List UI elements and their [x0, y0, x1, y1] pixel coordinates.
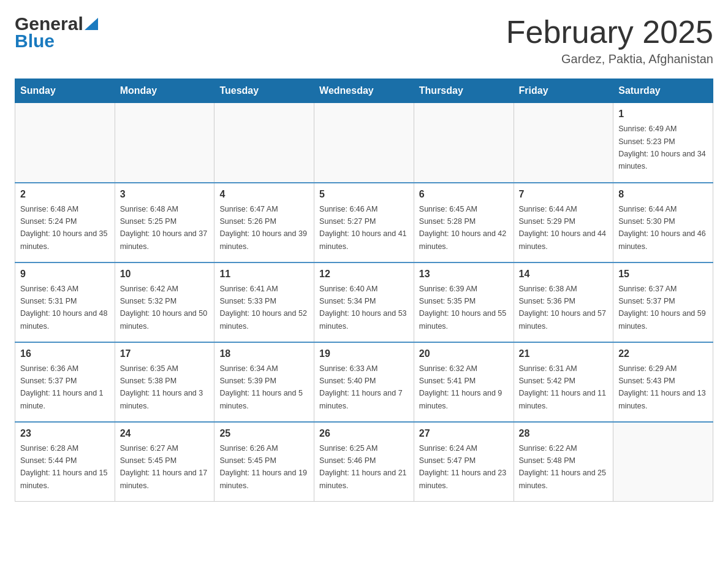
- day-info: Sunrise: 6:48 AM Sunset: 5:24 PM Dayligh…: [20, 205, 107, 251]
- week-row-2: 2Sunrise: 6:48 AM Sunset: 5:24 PM Daylig…: [15, 183, 713, 262]
- title-block: February 2025 Gardez, Paktia, Afghanista…: [506, 15, 713, 66]
- day-info: Sunrise: 6:32 AM Sunset: 5:41 PM Dayligh…: [419, 364, 502, 410]
- day-info: Sunrise: 6:44 AM Sunset: 5:29 PM Dayligh…: [519, 205, 606, 251]
- calendar-cell: 4Sunrise: 6:47 AM Sunset: 5:26 PM Daylig…: [214, 183, 314, 262]
- day-info: Sunrise: 6:45 AM Sunset: 5:28 PM Dayligh…: [419, 205, 506, 251]
- day-info: Sunrise: 6:25 AM Sunset: 5:46 PM Dayligh…: [319, 444, 406, 490]
- header-day-friday: Friday: [514, 79, 613, 103]
- calendar-cell: 3Sunrise: 6:48 AM Sunset: 5:25 PM Daylig…: [115, 183, 214, 262]
- calendar-cell: 22Sunrise: 6:29 AM Sunset: 5:43 PM Dayli…: [613, 342, 713, 422]
- day-number: 19: [319, 347, 409, 361]
- week-row-4: 16Sunrise: 6:36 AM Sunset: 5:37 PM Dayli…: [15, 342, 713, 422]
- day-info: Sunrise: 6:31 AM Sunset: 5:42 PM Dayligh…: [519, 364, 606, 410]
- calendar-cell: 1Sunrise: 6:49 AM Sunset: 5:23 PM Daylig…: [613, 103, 713, 183]
- calendar-cell: 23Sunrise: 6:28 AM Sunset: 5:44 PM Dayli…: [15, 422, 115, 502]
- day-number: 9: [20, 267, 110, 282]
- day-info: Sunrise: 6:22 AM Sunset: 5:48 PM Dayligh…: [519, 444, 606, 490]
- day-number: 11: [219, 267, 309, 282]
- day-number: 2: [20, 187, 110, 202]
- calendar-cell: [15, 103, 115, 183]
- calendar-cell: 17Sunrise: 6:35 AM Sunset: 5:38 PM Dayli…: [115, 342, 214, 422]
- day-number: 23: [20, 426, 110, 441]
- day-number: 13: [419, 267, 509, 282]
- day-info: Sunrise: 6:42 AM Sunset: 5:32 PM Dayligh…: [120, 285, 207, 331]
- calendar-cell: 16Sunrise: 6:36 AM Sunset: 5:37 PM Dayli…: [15, 342, 115, 422]
- day-number: 16: [20, 347, 110, 361]
- header-day-saturday: Saturday: [613, 79, 713, 103]
- calendar-cell: 8Sunrise: 6:44 AM Sunset: 5:30 PM Daylig…: [613, 183, 713, 262]
- calendar-cell: 26Sunrise: 6:25 AM Sunset: 5:46 PM Dayli…: [314, 422, 414, 502]
- calendar-cell: [414, 103, 514, 183]
- calendar-cell: 19Sunrise: 6:33 AM Sunset: 5:40 PM Dayli…: [314, 342, 414, 422]
- logo: General Blue: [15, 15, 98, 52]
- page-header: General Blue February 2025 Gardez, Pakti…: [15, 15, 713, 66]
- calendar-cell: [314, 103, 414, 183]
- day-number: 21: [519, 347, 609, 361]
- day-number: 5: [319, 187, 409, 202]
- day-info: Sunrise: 6:24 AM Sunset: 5:47 PM Dayligh…: [419, 444, 506, 490]
- day-info: Sunrise: 6:29 AM Sunset: 5:43 PM Dayligh…: [618, 364, 705, 410]
- header-day-tuesday: Tuesday: [214, 79, 314, 103]
- calendar-cell: 14Sunrise: 6:38 AM Sunset: 5:36 PM Dayli…: [514, 262, 613, 342]
- day-info: Sunrise: 6:44 AM Sunset: 5:30 PM Dayligh…: [618, 205, 705, 251]
- header-day-sunday: Sunday: [15, 79, 115, 103]
- calendar-table: SundayMondayTuesdayWednesdayThursdayFrid…: [15, 79, 713, 502]
- day-number: 4: [219, 187, 309, 202]
- calendar-cell: 18Sunrise: 6:34 AM Sunset: 5:39 PM Dayli…: [214, 342, 314, 422]
- calendar-cell: 10Sunrise: 6:42 AM Sunset: 5:32 PM Dayli…: [115, 262, 214, 342]
- day-info: Sunrise: 6:27 AM Sunset: 5:45 PM Dayligh…: [120, 444, 207, 490]
- day-info: Sunrise: 6:47 AM Sunset: 5:26 PM Dayligh…: [219, 205, 306, 251]
- day-info: Sunrise: 6:43 AM Sunset: 5:31 PM Dayligh…: [20, 285, 107, 331]
- calendar-cell: [214, 103, 314, 183]
- calendar-cell: 6Sunrise: 6:45 AM Sunset: 5:28 PM Daylig…: [414, 183, 514, 262]
- day-info: Sunrise: 6:46 AM Sunset: 5:27 PM Dayligh…: [319, 205, 406, 251]
- location-title: Gardez, Paktia, Afghanistan: [506, 52, 713, 66]
- header-day-thursday: Thursday: [414, 79, 514, 103]
- day-number: 18: [219, 347, 309, 361]
- day-info: Sunrise: 6:33 AM Sunset: 5:40 PM Dayligh…: [319, 364, 403, 410]
- calendar-cell: [613, 422, 713, 502]
- day-info: Sunrise: 6:48 AM Sunset: 5:25 PM Dayligh…: [120, 205, 207, 251]
- day-number: 27: [419, 426, 509, 441]
- day-info: Sunrise: 6:26 AM Sunset: 5:45 PM Dayligh…: [219, 444, 306, 490]
- day-info: Sunrise: 6:38 AM Sunset: 5:36 PM Dayligh…: [519, 285, 606, 331]
- calendar-cell: 20Sunrise: 6:32 AM Sunset: 5:41 PM Dayli…: [414, 342, 514, 422]
- day-info: Sunrise: 6:36 AM Sunset: 5:37 PM Dayligh…: [20, 364, 104, 410]
- day-info: Sunrise: 6:40 AM Sunset: 5:34 PM Dayligh…: [319, 285, 406, 331]
- header-day-wednesday: Wednesday: [314, 79, 414, 103]
- calendar-cell: 2Sunrise: 6:48 AM Sunset: 5:24 PM Daylig…: [15, 183, 115, 262]
- day-number: 26: [319, 426, 409, 441]
- calendar-cell: 12Sunrise: 6:40 AM Sunset: 5:34 PM Dayli…: [314, 262, 414, 342]
- header-day-monday: Monday: [115, 79, 214, 103]
- day-info: Sunrise: 6:34 AM Sunset: 5:39 PM Dayligh…: [219, 364, 303, 410]
- week-row-1: 1Sunrise: 6:49 AM Sunset: 5:23 PM Daylig…: [15, 103, 713, 183]
- calendar-cell: 25Sunrise: 6:26 AM Sunset: 5:45 PM Dayli…: [214, 422, 314, 502]
- logo-triangle-icon: [85, 18, 98, 30]
- calendar-header: SundayMondayTuesdayWednesdayThursdayFrid…: [15, 79, 713, 103]
- header-row: SundayMondayTuesdayWednesdayThursdayFrid…: [15, 79, 713, 103]
- day-number: 6: [419, 187, 509, 202]
- logo-blue-text: Blue: [15, 31, 55, 52]
- day-number: 24: [120, 426, 210, 441]
- calendar-cell: 7Sunrise: 6:44 AM Sunset: 5:29 PM Daylig…: [514, 183, 613, 262]
- day-number: 3: [120, 187, 210, 202]
- svg-marker-0: [85, 18, 98, 30]
- day-number: 22: [618, 347, 708, 361]
- calendar-cell: 15Sunrise: 6:37 AM Sunset: 5:37 PM Dayli…: [613, 262, 713, 342]
- day-info: Sunrise: 6:41 AM Sunset: 5:33 PM Dayligh…: [219, 285, 306, 331]
- calendar-cell: [115, 103, 214, 183]
- day-number: 12: [319, 267, 409, 282]
- day-number: 20: [419, 347, 509, 361]
- day-number: 8: [618, 187, 708, 202]
- day-number: 1: [618, 107, 708, 121]
- day-info: Sunrise: 6:28 AM Sunset: 5:44 PM Dayligh…: [20, 444, 107, 490]
- calendar-cell: 21Sunrise: 6:31 AM Sunset: 5:42 PM Dayli…: [514, 342, 613, 422]
- calendar-cell: 24Sunrise: 6:27 AM Sunset: 5:45 PM Dayli…: [115, 422, 214, 502]
- month-title: February 2025: [506, 15, 713, 50]
- day-number: 17: [120, 347, 210, 361]
- calendar-cell: 9Sunrise: 6:43 AM Sunset: 5:31 PM Daylig…: [15, 262, 115, 342]
- day-number: 14: [519, 267, 609, 282]
- week-row-5: 23Sunrise: 6:28 AM Sunset: 5:44 PM Dayli…: [15, 422, 713, 502]
- calendar-cell: 13Sunrise: 6:39 AM Sunset: 5:35 PM Dayli…: [414, 262, 514, 342]
- day-info: Sunrise: 6:37 AM Sunset: 5:37 PM Dayligh…: [618, 285, 705, 331]
